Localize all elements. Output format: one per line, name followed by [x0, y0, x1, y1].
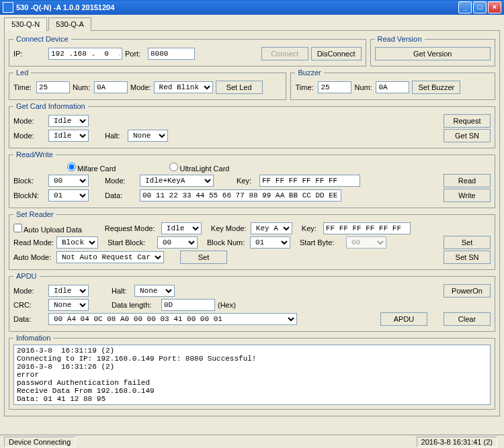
auto-upload-checkbox[interactable]: [13, 224, 22, 232]
key-mode-select[interactable]: Key A: [251, 222, 292, 234]
led-mode-label: Mode:: [130, 83, 151, 91]
blockn-label: BlockN:: [13, 191, 46, 199]
readversion-legend: Read Version: [375, 35, 425, 43]
led-mode-select[interactable]: Red Blink: [154, 81, 213, 93]
rw-mode-label: Mode:: [105, 177, 137, 185]
title-bar: 530 -Q(-N) -A 1.0.0 20151204 _ □ ×: [0, 0, 504, 15]
connect-legend: Connect Device: [13, 35, 71, 43]
set-button[interactable]: Set: [444, 236, 491, 249]
crc-label: CRC:: [13, 301, 46, 309]
mifare-radio-label[interactable]: Mifare Card: [67, 163, 116, 173]
port-input[interactable]: [148, 48, 195, 60]
start-block-select[interactable]: 00: [157, 236, 198, 249]
apdu-mode-select[interactable]: Idle: [48, 285, 89, 297]
buzzer-legend: Buzzer: [295, 69, 323, 77]
getcard-mode1-label: Mode:: [13, 117, 46, 125]
maximize-button[interactable]: □: [473, 1, 487, 13]
setbuzzer-button[interactable]: Set Buzzer: [412, 81, 460, 94]
auto-mode-label: Auto Mode:: [13, 253, 54, 261]
auto-upload-label[interactable]: Auto Upload Data: [13, 224, 82, 234]
ip-label: IP:: [13, 50, 46, 58]
info-legend: Infomation: [13, 334, 53, 342]
led-num-input[interactable]: [94, 81, 128, 93]
rw-data-input[interactable]: [140, 189, 341, 201]
getsn-button[interactable]: Get SN: [444, 129, 491, 142]
key-mode-label: Key Mode:: [211, 224, 248, 232]
setled-button[interactable]: Set Led: [216, 81, 263, 94]
setsn-button[interactable]: Set SN: [444, 251, 491, 264]
led-time-label: Time:: [13, 83, 34, 91]
buzzer-time-label: Time:: [295, 83, 315, 91]
app-icon: [3, 2, 13, 13]
read-mode-label: Read Mode:: [13, 238, 54, 247]
tab-530qa[interactable]: 530-Q-A: [48, 17, 91, 31]
rw-legend: Read/Write: [13, 150, 56, 159]
block-select[interactable]: 00: [48, 175, 89, 187]
request-mode-label: Request Mode:: [105, 224, 159, 232]
apdu-data-select[interactable]: 00 A4 04 0C 08 A0 00 00 03 41 00 00 01: [48, 313, 297, 325]
ultralight-radio[interactable]: [169, 163, 178, 171]
led-num-label: Num:: [73, 83, 91, 91]
start-block-label: Start Block:: [108, 238, 155, 247]
buzzer-num-label: Num:: [354, 83, 373, 91]
write-button[interactable]: Write: [444, 189, 491, 202]
set-button-2[interactable]: Set: [180, 251, 227, 264]
read-mode-select[interactable]: Block: [56, 236, 98, 249]
getcard-mode1-select[interactable]: Idle: [48, 115, 89, 127]
info-textbox[interactable]: 2016-3-8 16:31:19 (2) Connecting to IP: …: [13, 345, 491, 405]
tab-530qn[interactable]: 530-Q-N: [4, 17, 47, 31]
setreader-key-input[interactable]: [323, 222, 411, 234]
disconnect-button[interactable]: DisConnect: [311, 47, 362, 60]
rw-key-input[interactable]: [259, 175, 360, 187]
rw-mode-select[interactable]: Idle+KeyA: [140, 175, 214, 187]
apdu-halt-label: Halt:: [112, 287, 132, 295]
getcard-mode2-label: Mode:: [13, 132, 46, 140]
status-right: 2016-3-8 16:31:41 (2): [417, 437, 497, 447]
apdu-data-label: Data:: [13, 315, 46, 323]
block-num-label: Block Num:: [207, 238, 247, 247]
ultralight-radio-label[interactable]: UltraLight Card: [169, 163, 229, 173]
led-time-input[interactable]: [36, 81, 70, 93]
request-button[interactable]: Request: [444, 114, 491, 128]
apdu-button[interactable]: APDU: [380, 312, 427, 326]
crc-select[interactable]: None: [48, 299, 89, 311]
led-legend: Led: [13, 69, 31, 77]
setreader-legend: Set Reader: [13, 210, 56, 218]
minimize-button[interactable]: _: [458, 1, 472, 13]
close-button[interactable]: ×: [488, 1, 501, 13]
setreader-key-label: Key:: [302, 224, 321, 232]
clear-button[interactable]: Clear: [444, 312, 491, 326]
rw-key-label: Key:: [237, 177, 257, 185]
getcard-mode2-select[interactable]: Idle: [48, 130, 89, 142]
window-title: 530 -Q(-N) -A 1.0.0 20151204: [16, 3, 457, 11]
read-button[interactable]: Read: [444, 174, 491, 187]
apdu-halt-select[interactable]: None: [134, 285, 175, 297]
poweron-button[interactable]: PowerOn: [444, 284, 491, 298]
connect-button: Connect: [261, 47, 308, 60]
block-label: Block:: [13, 177, 46, 185]
auto-mode-select[interactable]: Not Auto Request Card: [56, 251, 164, 263]
request-mode-select[interactable]: Idle: [161, 222, 202, 234]
blockn-select[interactable]: 01: [48, 189, 89, 201]
ip-input[interactable]: [48, 48, 122, 60]
hex-label: (Hex): [218, 301, 236, 309]
port-label: Port:: [125, 50, 145, 58]
status-bar: Device Connecting 2016-3-8 16:31:41 (2): [0, 435, 504, 448]
mifare-radio[interactable]: [67, 163, 76, 171]
status-left: Device Connecting: [4, 437, 75, 447]
block-num-select[interactable]: 01: [250, 236, 290, 249]
apdu-legend: APDU: [13, 272, 40, 280]
start-byte-label: Start Byte:: [300, 238, 343, 247]
getcard-halt-select[interactable]: None: [128, 130, 168, 142]
datalen-input[interactable]: [161, 299, 215, 311]
getcard-halt-label: Halt:: [105, 132, 125, 140]
getversion-button[interactable]: Get Version: [375, 47, 491, 60]
buzzer-num-input[interactable]: [376, 81, 409, 93]
start-byte-select: 00: [346, 236, 386, 249]
rw-data-label: Data:: [105, 191, 137, 199]
buzzer-time-input[interactable]: [318, 81, 351, 93]
apdu-mode-label: Mode:: [13, 287, 46, 295]
datalen-label: Data length:: [112, 301, 159, 309]
getcard-legend: Get Card Information: [13, 102, 88, 110]
